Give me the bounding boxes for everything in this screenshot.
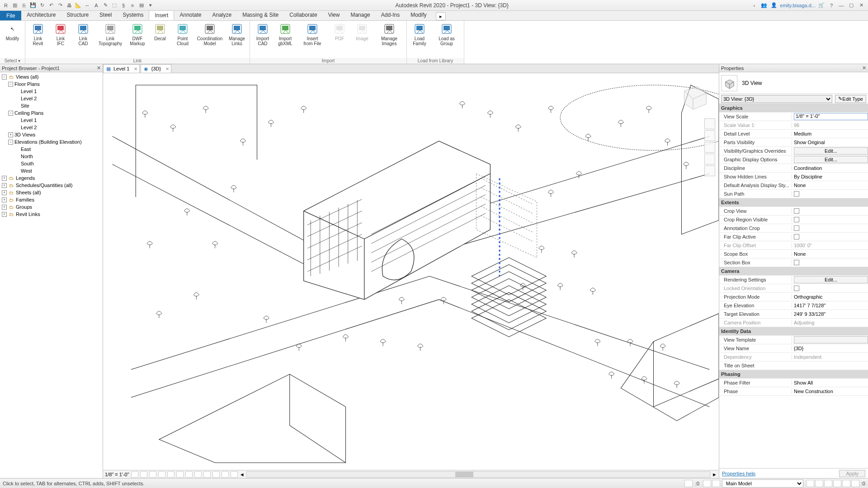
tag-icon[interactable]: A — [92, 1, 100, 9]
checkbox[interactable] — [794, 260, 799, 265]
ribbon-tab-massing-site[interactable]: Massing & Site — [237, 10, 284, 19]
tree-elev-east[interactable]: East — [0, 145, 103, 153]
tree-cp-level-2[interactable]: Level 2 — [0, 124, 103, 131]
prop-target-elevation[interactable]: Target Elevation249' 9 33/128" — [719, 310, 868, 319]
ribbon-tab-modify[interactable]: Modify — [405, 10, 432, 19]
wheel-icon[interactable] — [704, 130, 715, 141]
tree-elevations[interactable]: −Elevations (Building Elevation) — [0, 138, 103, 145]
new-icon[interactable]: ⎘ — [20, 1, 28, 9]
print-icon[interactable]: 🖶 — [65, 1, 73, 9]
tree-site[interactable]: Site — [0, 102, 103, 109]
drag-icon[interactable] — [842, 480, 850, 487]
filter-icon[interactable] — [851, 480, 859, 487]
type-selector-row[interactable]: 3D View — [719, 72, 868, 94]
tree-level-1[interactable]: Level 1 — [0, 88, 103, 95]
checkbox[interactable] — [794, 191, 799, 197]
ribbon-import-cad-button[interactable]: Import CAD — [252, 22, 274, 47]
ribbon-tab-annotate[interactable]: Annotate — [174, 10, 207, 19]
measure-icon[interactable]: 📐 — [74, 1, 82, 9]
scroll-left-icon[interactable]: ◄ — [240, 472, 245, 477]
model-selector[interactable]: Main Model — [722, 479, 803, 488]
home-icon[interactable] — [704, 118, 715, 129]
ribbon-import-gbxml-button[interactable]: Import gbXML — [274, 22, 296, 47]
ribbon-tab-view[interactable]: View — [323, 10, 345, 19]
prop-category-phasing[interactable]: Phasing — [719, 370, 868, 379]
prop-parts-visibility[interactable]: Parts VisibilityShow Original — [719, 138, 868, 147]
cart-icon[interactable]: 🛒 — [817, 1, 826, 9]
prop-scope-box[interactable]: Scope BoxNone — [719, 250, 868, 258]
properties-help-link[interactable]: Properties help — [722, 471, 755, 476]
edit-button[interactable]: Edit... — [794, 156, 868, 163]
sun-path-icon[interactable] — [149, 471, 156, 478]
instance-selector[interactable]: 3D View: {3D} — [721, 95, 832, 103]
prop-detail-level[interactable]: Detail LevelMedium — [719, 130, 868, 138]
restore-icon[interactable]: ▢ — [847, 1, 855, 9]
visual-style-icon[interactable] — [140, 471, 147, 478]
prop-section-box[interactable]: Section Box — [719, 258, 868, 267]
tree-sheets-all-[interactable]: +🗀Sheets (all) — [0, 189, 103, 196]
ribbon-link-topography-button[interactable]: Link Topography — [95, 22, 126, 47]
prop-rendering-settings[interactable]: Rendering SettingsEdit... — [719, 276, 868, 284]
tree-groups[interactable]: +🗀Groups — [0, 203, 103, 211]
ribbon-tab-steel[interactable]: Steel — [94, 10, 117, 19]
navigation-bar[interactable] — [704, 118, 715, 176]
user-name[interactable]: emily.bisaga.d... — [780, 3, 816, 8]
edit-button[interactable]: Edit... — [794, 276, 868, 283]
ribbon-tab-architecture[interactable]: Architecture — [21, 10, 61, 19]
prop-view-name[interactable]: View Name{3D} — [719, 344, 868, 353]
prop-graphic-display-options[interactable]: Graphic Display OptionsEdit... — [719, 155, 868, 164]
prop-title-on-sheet[interactable]: Title on Sheet — [719, 361, 868, 370]
shadows-icon[interactable] — [158, 471, 165, 478]
minimize-icon[interactable]: — — [837, 1, 845, 9]
orbit-icon[interactable] — [704, 165, 715, 176]
dim-icon[interactable]: ↔ — [83, 1, 91, 9]
ribbon-tab-insert[interactable]: Insert — [149, 10, 174, 20]
value-input[interactable]: 1/8" = 1'-0" — [794, 113, 868, 120]
project-browser-header[interactable]: Project Browser - Project1 ✕ — [0, 64, 103, 72]
ribbon-coordination-model-button[interactable]: Coordination Model — [194, 22, 225, 47]
pan-icon[interactable] — [704, 142, 715, 153]
thin-lines-icon[interactable]: ≡ — [128, 1, 137, 9]
panel-label-select[interactable]: Select ▾ — [0, 58, 25, 64]
undo-icon[interactable]: ↶ — [47, 1, 55, 9]
prop-discipline[interactable]: DisciplineCoordination — [719, 164, 868, 173]
save-icon[interactable]: 💾 — [29, 1, 37, 9]
lock-icon[interactable] — [194, 471, 202, 478]
crop-icon[interactable] — [176, 471, 184, 478]
ribbon-point-cloud-button[interactable]: Point Cloud — [172, 22, 193, 47]
prop-category-graphics[interactable]: Graphics — [719, 104, 868, 113]
prop-category-camera[interactable]: Camera — [719, 267, 868, 276]
user-icon[interactable]: 👤 — [770, 1, 778, 9]
prop-eye-elevation[interactable]: Eye Elevation1417' 7 7/128" — [719, 301, 868, 310]
open-icon[interactable]: ▥ — [11, 1, 19, 9]
ribbon-tab-collaborate[interactable]: Collaborate — [284, 10, 322, 19]
prop-annotation-crop[interactable]: Annotation Crop — [719, 224, 868, 233]
ribbon-load-family-button[interactable]: Load Family — [409, 22, 430, 47]
prop-scale-value-[interactable]: Scale Value 1:96 — [719, 121, 868, 130]
project-browser-tree[interactable]: −🗀Views (all)−Floor PlansLevel 1Level 2S… — [0, 72, 103, 478]
tree-legends[interactable]: +🗀Legends — [0, 174, 103, 182]
prop-category-identity-data[interactable]: Identity Data — [719, 327, 868, 336]
rendering-icon[interactable] — [167, 471, 175, 478]
checkbox[interactable] — [794, 208, 799, 214]
viewcube[interactable] — [675, 78, 711, 113]
ribbon-manage-links-button[interactable]: Manage Links — [226, 22, 248, 47]
close-icon[interactable]: ✕ — [862, 65, 866, 71]
checkbox[interactable] — [794, 217, 799, 222]
prop-view-template[interactable]: View Template — [719, 336, 868, 344]
prop-category-extents[interactable]: Extents — [719, 198, 868, 207]
prop-projection-mode[interactable]: Projection ModeOrthographic — [719, 293, 868, 301]
prop-visibility-graphics-overrides[interactable]: Visibility/Graphics OverridesEdit... — [719, 147, 868, 155]
edit-button[interactable]: Edit... — [794, 147, 868, 155]
ribbon-dwf-markup-button[interactable]: DWF Markup — [127, 22, 148, 47]
detail-level-icon[interactable] — [131, 471, 138, 478]
help-icon[interactable]: ? — [827, 1, 835, 9]
prop-show-hidden-lines[interactable]: Show Hidden LinesBy Discipline — [719, 173, 868, 181]
switch-windows-icon[interactable]: ▾ — [146, 1, 155, 9]
prop-camera-position[interactable]: Camera PositionAdjusting — [719, 319, 868, 327]
close-icon[interactable]: ✕ — [97, 65, 101, 71]
sync-icon[interactable]: ↻ — [38, 1, 46, 9]
tree-elev-west[interactable]: West — [0, 167, 103, 174]
view-tab-level1[interactable]: ▦Level 1✕ — [103, 64, 140, 73]
tree-views[interactable]: −🗀Views (all) — [0, 73, 103, 80]
